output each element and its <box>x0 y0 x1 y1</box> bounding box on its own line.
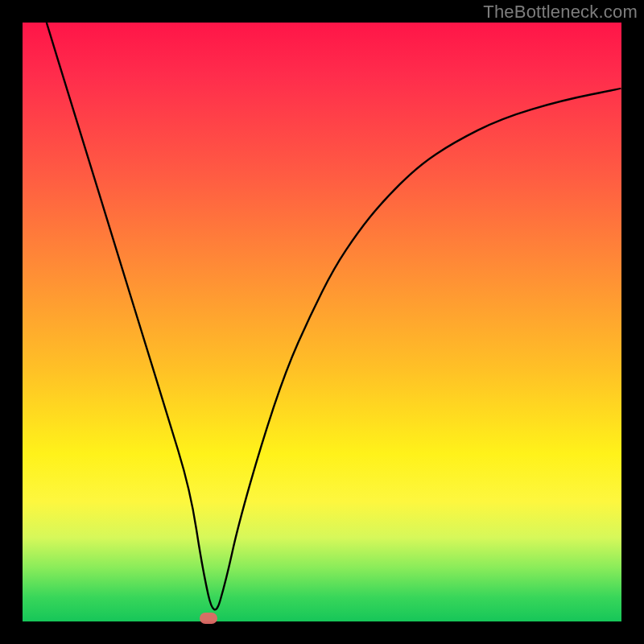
bottleneck-curve <box>23 23 621 621</box>
minimum-marker <box>200 613 217 624</box>
chart-frame: TheBottleneck.com <box>0 0 644 644</box>
watermark-text: TheBottleneck.com <box>483 2 638 23</box>
plot-area <box>23 23 621 621</box>
